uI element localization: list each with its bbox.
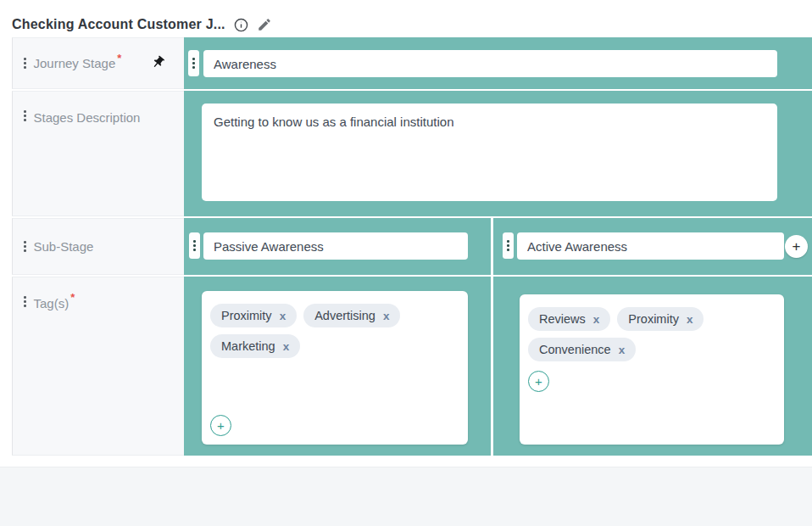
tag-pill-list: ProximityxAdvertisingxMarketingx	[210, 304, 459, 358]
row-label-text: Stages Description	[34, 110, 141, 125]
tag-remove-button[interactable]: x	[383, 310, 390, 322]
info-icon[interactable]	[234, 18, 248, 32]
row-label-journey-stage: Journey Stage *	[12, 37, 184, 89]
row-label-sub-stage: Sub-Stage	[12, 218, 184, 275]
journey-map-table: Journey Stage * Stages Description Getti…	[12, 37, 812, 456]
tag-pill: Marketingx	[210, 334, 300, 358]
tag-pill-list: ReviewsxProximityxConveniencex	[528, 307, 776, 361]
row-label-stages-description: Stages Description	[12, 91, 184, 216]
stages-description-cell: Getting to know us as a financial instit…	[184, 91, 812, 216]
pin-icon[interactable]	[151, 55, 165, 72]
tags-cell-1: ProximityxAdvertisingxMarketingx +	[184, 277, 491, 456]
tag-pill: Proximityx	[210, 304, 297, 327]
journey-stage-cell	[184, 37, 812, 89]
tag-pill: Proximityx	[617, 307, 704, 331]
tag-pill: Reviewsx	[528, 307, 610, 331]
add-stage-button[interactable]: +	[785, 235, 808, 258]
tag-label: Advertising	[314, 309, 375, 322]
stage-name-input[interactable]	[203, 50, 777, 77]
tag-remove-button[interactable]: x	[619, 344, 626, 356]
sub-stage-drag-handle[interactable]	[189, 232, 200, 259]
tag-remove-button[interactable]: x	[593, 313, 600, 326]
edit-pencil-icon[interactable]	[257, 17, 272, 32]
add-tag-button[interactable]: +	[528, 371, 549, 392]
stage-drag-handle[interactable]	[188, 50, 199, 76]
required-asterisk: *	[117, 52, 121, 64]
tags-card: ReviewsxProximityxConveniencex +	[520, 294, 784, 445]
row-label-text: Sub-Stage	[34, 239, 94, 254]
sub-stage-drag-handle[interactable]	[503, 232, 514, 259]
journey-header: Checking Account Customer J...	[0, 0, 812, 37]
row-drag-handle-icon[interactable]	[24, 241, 26, 252]
tag-remove-button[interactable]: x	[280, 310, 286, 322]
sub-stage-cell-1	[184, 218, 491, 275]
tags-row: ProximityxAdvertisingxMarketingx + Revie…	[184, 277, 812, 456]
sub-stage-row: +	[184, 218, 812, 275]
tags-cell-2: ReviewsxProximityxConveniencex +	[493, 277, 812, 456]
row-label-text: Journey Stage	[34, 56, 116, 70]
tag-pill: Advertisingx	[303, 304, 400, 327]
row-label-text: Tag(s)	[34, 296, 70, 311]
tag-remove-button[interactable]: x	[283, 340, 290, 353]
tag-pill: Conveniencex	[528, 338, 636, 361]
sub-stage-input-1[interactable]	[203, 232, 468, 260]
tag-label: Reviews	[539, 312, 586, 326]
row-drag-handle-icon[interactable]	[24, 296, 26, 307]
add-tag-button[interactable]: +	[210, 415, 231, 436]
stage-description-textarea[interactable]: Getting to know us as a financial instit…	[202, 104, 777, 201]
canvas-background	[0, 467, 812, 526]
row-drag-handle-icon[interactable]	[24, 58, 26, 69]
tag-label: Proximity	[221, 309, 272, 322]
tag-label: Marketing	[221, 339, 275, 353]
tag-label: Convenience	[539, 343, 611, 356]
tag-label: Proximity	[628, 312, 679, 326]
sub-stage-cell-2	[493, 218, 812, 275]
sub-stage-input-2[interactable]	[517, 232, 784, 260]
row-label-tags: Tag(s) *	[12, 277, 184, 456]
required-asterisk: *	[70, 291, 75, 304]
tag-remove-button[interactable]: x	[687, 313, 693, 326]
row-drag-handle-icon[interactable]	[24, 110, 26, 121]
page-title: Checking Account Customer J...	[12, 17, 225, 32]
tags-card: ProximityxAdvertisingxMarketingx +	[202, 291, 468, 445]
